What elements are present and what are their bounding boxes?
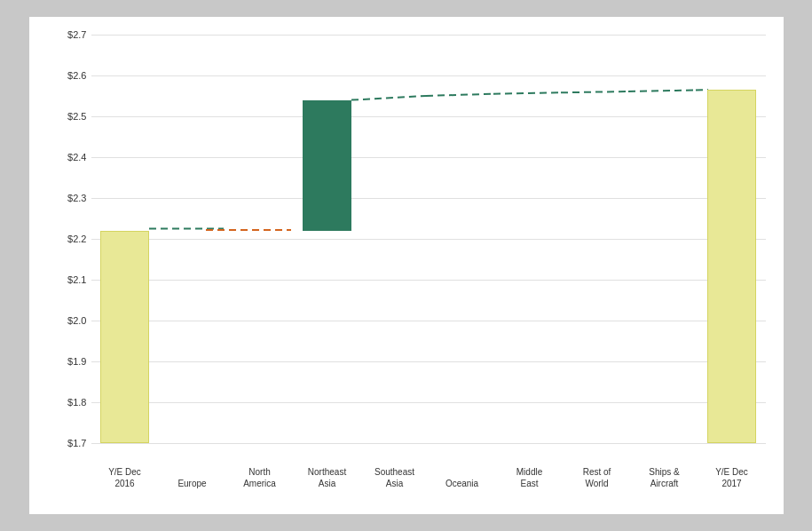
- x-label-oceania: Oceania: [431, 478, 493, 489]
- y-tick-label: $1.8: [67, 397, 86, 408]
- x-label-southeast-asia: SoutheastAsia: [364, 466, 426, 489]
- bar-group-southeast-asia: SoutheastAsia: [361, 35, 429, 443]
- y-tick-label: $2.1: [67, 274, 86, 285]
- chart-container: $1.7$1.8$1.9$2.0$2.1$2.2$2.3$2.4$2.5$2.6…: [29, 17, 784, 514]
- bar-ye-dec-2017: [707, 90, 756, 443]
- x-label-europe: Europe: [162, 478, 224, 489]
- bar-group-ye-dec-2017: Y/E Dec2017: [698, 35, 766, 443]
- bar-group-north-america: NorthAmerica: [226, 35, 294, 443]
- y-tick-label: $2.4: [67, 152, 86, 162]
- bar-group-europe: Europe: [159, 35, 226, 443]
- y-tick-label: $2.3: [67, 193, 86, 203]
- y-tick-label: $2.2: [67, 234, 86, 244]
- x-label-north-america: NorthAmerica: [229, 466, 291, 489]
- bar-group-ships-aircraft: Ships &Aircraft: [631, 35, 698, 443]
- x-label-ye-dec-2016: Y/E Dec2016: [94, 466, 156, 489]
- bar-group-rest-of-world: Rest ofWorld: [564, 35, 631, 443]
- bar-ye-dec-2016: [100, 231, 149, 443]
- bar-group-middle-east: MiddleEast: [496, 35, 564, 443]
- x-label-middle-east: MiddleEast: [499, 466, 561, 489]
- x-label-ye-dec-2017: Y/E Dec2017: [701, 466, 763, 489]
- x-label-northeast-asia: NortheastAsia: [296, 466, 359, 489]
- y-tick-label: $1.9: [67, 356, 86, 367]
- bar-group-oceania: Oceania: [429, 35, 496, 443]
- bar-group-northeast-asia: NortheastAsia: [294, 35, 361, 443]
- y-tick-label: $2.0: [67, 315, 86, 326]
- y-tick-label: $2.6: [67, 70, 86, 81]
- grid-line: [91, 443, 766, 444]
- y-tick-label: $1.7: [67, 438, 86, 448]
- bars-area: Y/E Dec2016EuropeNorthAmericaNortheastAs…: [91, 35, 766, 443]
- y-tick-label: $2.5: [67, 111, 86, 122]
- bar-group-ye-dec-2016: Y/E Dec2016: [91, 35, 159, 443]
- bar-northeast-asia: [303, 100, 351, 231]
- chart-area: $1.7$1.8$1.9$2.0$2.1$2.2$2.3$2.4$2.5$2.6…: [91, 35, 766, 443]
- x-label-ships-aircraft: Ships &Aircraft: [634, 466, 696, 489]
- y-tick-label: $2.7: [67, 29, 86, 40]
- x-label-rest-of-world: Rest ofWorld: [566, 466, 628, 489]
